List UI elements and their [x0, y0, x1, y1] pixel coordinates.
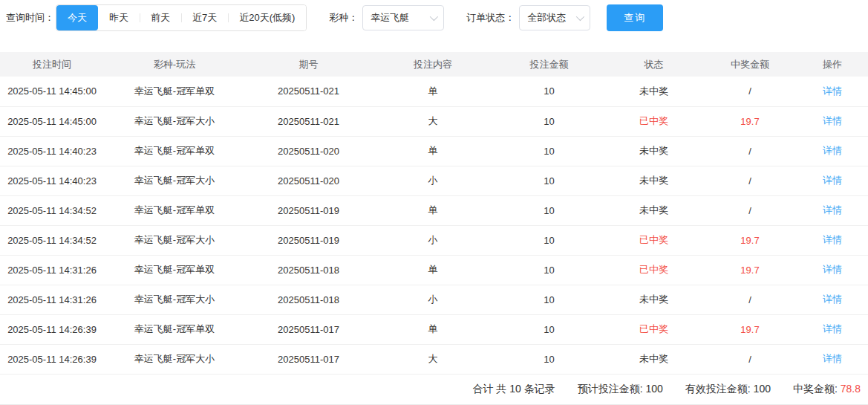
table-row: 2025-05-11 14:26:39 幸运飞艇-冠军大小 20250511-0… [0, 344, 868, 374]
win-amount-cell: / [703, 166, 797, 195]
bet-time-cell: 2025-05-11 14:31:26 [0, 255, 104, 285]
filter-bar: 查询时间： 今天 昨天 前天 近7天 近20天(低频) 彩种： 幸运飞艇 订单状… [0, 0, 868, 36]
table-row: 2025-05-11 14:40:23 幸运飞艇-冠军大小 20250511-0… [0, 166, 868, 195]
lottery-type-select[interactable]: 幸运飞艇 [362, 5, 444, 30]
bet-amount-cell: 10 [494, 136, 604, 166]
bet-content-cell: 小 [372, 225, 494, 255]
status-cell: 未中奖 [604, 77, 703, 106]
status-cell: 未中奖 [604, 136, 703, 166]
order-status-label: 订单状态： [466, 11, 515, 25]
bet-amount-cell: 10 [494, 225, 604, 255]
bet-amount-cell: 10 [494, 255, 604, 285]
action-cell: 详情 [797, 344, 868, 374]
chevron-down-icon [576, 13, 584, 21]
table-row: 2025-05-11 14:40:23 幸运飞艇-冠军单双 20250511-0… [0, 136, 868, 166]
order-status-select[interactable]: 全部状态 [519, 5, 590, 30]
status-cell: 已中奖 [604, 106, 703, 136]
detail-link[interactable]: 详情 [823, 264, 842, 275]
bet-amount-cell: 10 [494, 77, 604, 106]
bet-time-cell: 2025-05-11 14:40:23 [0, 166, 104, 195]
win-amount-cell: / [703, 77, 797, 106]
table-header-row: 投注时间 彩种-玩法 期号 投注内容 投注金额 状态 中奖金额 操作 [0, 52, 868, 77]
expected-bet-amount: 预计投注金额: 100 [578, 383, 663, 396]
detail-link[interactable]: 详情 [823, 115, 842, 126]
status-cell: 已中奖 [604, 225, 703, 255]
win-amount-cell: / [703, 285, 797, 314]
time-filter-option-0[interactable]: 今天 [56, 5, 98, 30]
bet-content-cell: 大 [372, 344, 494, 374]
win-amount-cell: 19.7 [703, 314, 797, 344]
win-amount-total: 中奖金额: 78.8 [793, 383, 861, 396]
bet-content-cell: 单 [372, 195, 494, 225]
time-filter-option-3[interactable]: 近7天 [181, 5, 228, 30]
table-row: 2025-05-11 14:45:00 幸运飞艇-冠军大小 20250511-0… [0, 106, 868, 136]
bet-amount-cell: 10 [494, 166, 604, 195]
orders-table: 投注时间 彩种-玩法 期号 投注内容 投注金额 状态 中奖金额 操作 2025-… [0, 52, 868, 375]
bet-amount-cell: 10 [494, 344, 604, 374]
table-body: 2025-05-11 14:45:00 幸运飞艇-冠军单双 20250511-0… [0, 77, 868, 374]
bet-content-cell: 单 [372, 77, 494, 106]
time-filter-option-1[interactable]: 昨天 [98, 5, 140, 30]
lottery-type-value: 幸运飞艇 [371, 11, 409, 25]
time-filter-option-2[interactable]: 前天 [140, 5, 181, 30]
detail-link[interactable]: 详情 [823, 353, 842, 364]
chevron-down-icon [430, 13, 438, 21]
win-amount-cell: / [703, 195, 797, 225]
lottery-play-cell: 幸运飞艇-冠军单双 [104, 77, 245, 106]
column-header: 投注内容 [372, 52, 494, 77]
detail-link[interactable]: 详情 [823, 294, 842, 305]
column-header: 投注时间 [0, 52, 104, 77]
lottery-play-cell: 幸运飞艇-冠军大小 [104, 225, 245, 255]
bet-time-cell: 2025-05-11 14:34:52 [0, 195, 104, 225]
table-row: 2025-05-11 14:31:26 幸运飞艇-冠军单双 20250511-0… [0, 255, 868, 285]
lottery-play-cell: 幸运飞艇-冠军单双 [104, 314, 245, 344]
order-status-value: 全部状态 [527, 11, 566, 25]
issue-number-cell: 20250511-021 [245, 106, 372, 136]
action-cell: 详情 [797, 166, 868, 195]
expected-bet-value: 100 [645, 383, 662, 395]
table-row: 2025-05-11 14:45:00 幸运飞艇-冠军单双 20250511-0… [0, 77, 868, 106]
win-amount-cell: 19.7 [703, 225, 797, 255]
lottery-play-cell: 幸运飞艇-冠军大小 [104, 344, 245, 374]
table-row: 2025-05-11 14:34:52 幸运飞艇-冠军单双 20250511-0… [0, 195, 868, 225]
lottery-play-cell: 幸运飞艇-冠军大小 [104, 166, 245, 195]
detail-link[interactable]: 详情 [823, 85, 842, 97]
valid-bet-value: 100 [754, 383, 771, 395]
bet-amount-cell: 10 [494, 106, 604, 136]
detail-link[interactable]: 详情 [823, 323, 842, 334]
lottery-play-cell: 幸运飞艇-冠军单双 [104, 136, 245, 166]
action-cell: 详情 [797, 136, 868, 166]
column-header: 彩种-玩法 [104, 52, 245, 77]
action-cell: 详情 [797, 195, 868, 225]
win-amount-value: 78.8 [841, 383, 861, 395]
detail-link[interactable]: 详情 [823, 234, 842, 245]
issue-number-cell: 20250511-017 [245, 344, 372, 374]
detail-link[interactable]: 详情 [823, 145, 842, 156]
lottery-type-label: 彩种： [329, 11, 358, 25]
lottery-play-cell: 幸运飞艇-冠军单双 [104, 195, 245, 225]
table-row: 2025-05-11 14:26:39 幸运飞艇-冠军单双 20250511-0… [0, 314, 868, 344]
summary-bar: 合计 共 10 条记录 预计投注金额: 100 有效投注金额: 100 中奖金额… [0, 375, 868, 405]
bet-content-cell: 单 [372, 255, 494, 285]
bet-time-cell: 2025-05-11 14:45:00 [0, 106, 104, 136]
win-amount-cell: / [703, 344, 797, 374]
detail-link[interactable]: 详情 [823, 175, 842, 186]
status-cell: 未中奖 [604, 344, 703, 374]
time-filter-option-4[interactable]: 近20天(低频) [228, 5, 306, 30]
bet-time-cell: 2025-05-11 14:40:23 [0, 136, 104, 166]
lottery-play-cell: 幸运飞艇-冠军单双 [104, 255, 245, 285]
bet-time-cell: 2025-05-11 14:26:39 [0, 314, 104, 344]
search-button[interactable]: 查询 [607, 4, 663, 31]
table-row: 2025-05-11 14:31:26 幸运飞艇-冠军大小 20250511-0… [0, 285, 868, 314]
status-cell: 未中奖 [604, 195, 703, 225]
bet-time-cell: 2025-05-11 14:26:39 [0, 344, 104, 374]
bet-time-cell: 2025-05-11 14:31:26 [0, 285, 104, 314]
issue-number-cell: 20250511-019 [245, 195, 372, 225]
issue-number-cell: 20250511-020 [245, 166, 372, 195]
issue-number-cell: 20250511-019 [245, 225, 372, 255]
detail-link[interactable]: 详情 [823, 204, 842, 216]
bet-content-cell: 小 [372, 285, 494, 314]
column-header: 投注金额 [494, 52, 604, 77]
win-amount-cell: 19.7 [703, 255, 797, 285]
bet-amount-cell: 10 [494, 195, 604, 225]
